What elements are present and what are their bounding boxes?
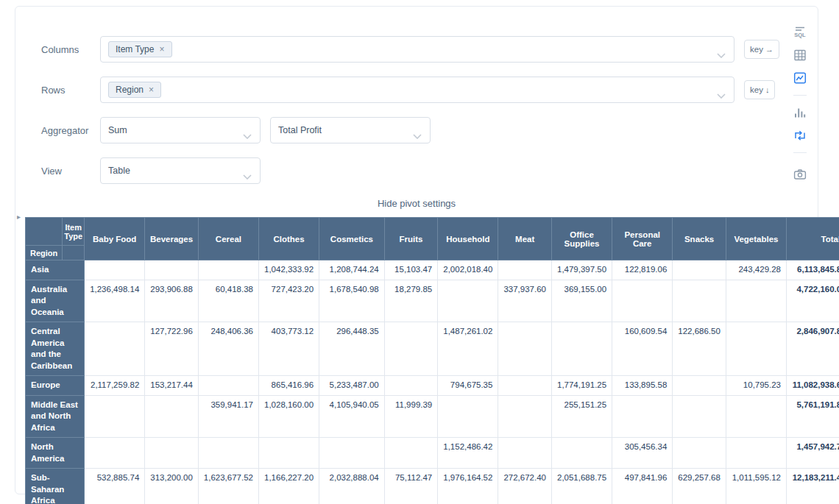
column-header: Household — [438, 218, 498, 260]
aggregator-argument-select[interactable]: Total Profit — [270, 117, 431, 143]
panel-resize-handle[interactable]: ▸ — [17, 213, 21, 221]
columns-tag[interactable]: Item Type × — [108, 41, 172, 57]
columns-select[interactable]: Item Type × — [100, 36, 734, 63]
data-cell — [726, 395, 786, 438]
arrow-right-icon: → — [765, 45, 773, 54]
data-cell: 122,686.50 — [673, 322, 726, 376]
column-header: Snacks — [673, 218, 726, 260]
data-cell — [85, 395, 145, 438]
data-cell — [145, 395, 199, 438]
column-header: Meat — [498, 218, 552, 260]
corner-blank-cell — [26, 218, 63, 246]
data-cell — [85, 438, 145, 469]
chart-image-icon[interactable] — [792, 70, 808, 86]
data-cell — [145, 260, 199, 280]
data-cell: 153,217.44 — [145, 376, 199, 396]
data-cell: 369,155.00 — [551, 280, 612, 322]
chevron-down-icon — [717, 88, 726, 102]
row-label: North America — [26, 438, 85, 469]
key-label: key — [750, 85, 763, 94]
data-cell — [198, 260, 258, 280]
data-cell — [198, 438, 258, 469]
data-cell: 865,416.96 — [259, 376, 319, 396]
row-total-cell: 5,761,191.86 — [787, 395, 839, 438]
data-cell: 629,257.68 — [673, 469, 726, 504]
data-cell: 1,208,744.24 — [319, 260, 385, 280]
data-cell: 133,895.58 — [612, 376, 673, 396]
rows-select[interactable]: Region × — [100, 77, 734, 103]
data-cell — [438, 395, 498, 438]
camera-icon[interactable] — [792, 166, 808, 182]
column-axis-label: Item Type — [63, 218, 85, 246]
data-cell: 532,885.74 — [85, 469, 145, 504]
aggregator-row: Aggregator Sum Total Profit — [41, 117, 818, 143]
column-header: Office Supplies — [551, 218, 612, 260]
data-cell: 2,117,259.82 — [85, 376, 145, 396]
data-cell: 75,112.47 — [384, 469, 438, 504]
data-cell — [673, 376, 726, 396]
data-cell — [384, 376, 438, 396]
data-cell: 794,675.35 — [438, 376, 498, 396]
view-label: View — [41, 166, 100, 177]
data-cell: 11,999.39 — [384, 395, 438, 438]
data-cell — [498, 395, 552, 438]
data-cell: 1,678,540.98 — [319, 280, 385, 322]
columns-row: Columns Item Type × key → — [41, 36, 818, 63]
data-cell — [673, 280, 726, 322]
corner-blank-cell — [63, 246, 85, 260]
data-cell — [673, 260, 726, 280]
sql-icon[interactable]: SQL — [792, 24, 808, 40]
columns-sort-key-button[interactable]: key → — [744, 40, 779, 59]
rows-tag[interactable]: Region × — [108, 82, 161, 98]
hide-pivot-settings-link[interactable]: Hide pivot settings — [15, 198, 818, 209]
column-header: Beverages — [145, 218, 199, 260]
aggregator-value: Sum — [108, 125, 127, 135]
data-cell: 1,976,164.52 — [438, 469, 498, 504]
data-cell — [673, 395, 726, 438]
data-cell: 160,609.54 — [612, 322, 673, 376]
data-cell: 1,487,261.02 — [438, 322, 498, 376]
data-cell: 1,152,486.42 — [438, 438, 498, 469]
remove-tag-icon[interactable]: × — [159, 45, 164, 54]
data-cell: 1,028,160.00 — [259, 395, 319, 438]
data-cell — [551, 438, 612, 469]
column-header: Fruits — [384, 218, 438, 260]
data-cell: 1,236,498.14 — [85, 280, 145, 322]
data-cell: 403,773.12 — [259, 322, 319, 376]
table-icon[interactable] — [792, 47, 808, 63]
table-row: North America1,152,486.42305,456.341,457… — [26, 438, 839, 469]
bar-chart-icon[interactable] — [792, 104, 808, 121]
data-cell: 4,105,940.05 — [319, 395, 385, 438]
data-cell — [198, 376, 258, 396]
data-cell: 727,423.20 — [259, 280, 319, 322]
data-cell — [85, 260, 145, 280]
totals-column-header: Totals — [787, 218, 839, 260]
view-select[interactable]: Table — [100, 157, 261, 184]
table-row: Asia1,042,333.921,208,744.2415,103.472,0… — [26, 260, 839, 280]
row-label: Europe — [26, 376, 85, 396]
pivot-icon[interactable] — [792, 127, 808, 143]
data-cell: 359,941.17 — [198, 395, 258, 438]
data-cell: 18,279.85 — [384, 280, 438, 322]
data-cell — [498, 260, 552, 280]
chevron-down-icon — [243, 129, 252, 142]
view-value: Table — [108, 166, 130, 176]
remove-tag-icon[interactable]: × — [149, 85, 154, 94]
data-cell: 2,002,018.40 — [438, 260, 498, 280]
data-cell — [145, 438, 199, 469]
data-cell — [612, 395, 673, 438]
visualization-toolbar: SQL — [789, 24, 811, 182]
data-cell: 1,011,595.12 — [726, 469, 786, 504]
pivot-table-container: Item TypeBaby FoodBeveragesCerealClothes… — [25, 217, 790, 504]
aggregator-select[interactable]: Sum — [100, 117, 261, 143]
data-cell: 272,672.40 — [498, 469, 552, 504]
view-row: View Table — [41, 157, 818, 184]
data-cell — [498, 322, 552, 376]
row-total-cell: 6,113,845.87 — [787, 260, 839, 280]
table-row: Australia and Oceania1,236,498.14293,906… — [26, 280, 839, 322]
columns-tag-label: Item Type — [116, 44, 154, 54]
data-cell: 1,774,191.25 — [551, 376, 612, 396]
rows-row: Rows Region × key ↓ — [41, 77, 818, 103]
data-cell — [85, 322, 145, 376]
rows-sort-key-button[interactable]: key ↓ — [744, 80, 775, 99]
